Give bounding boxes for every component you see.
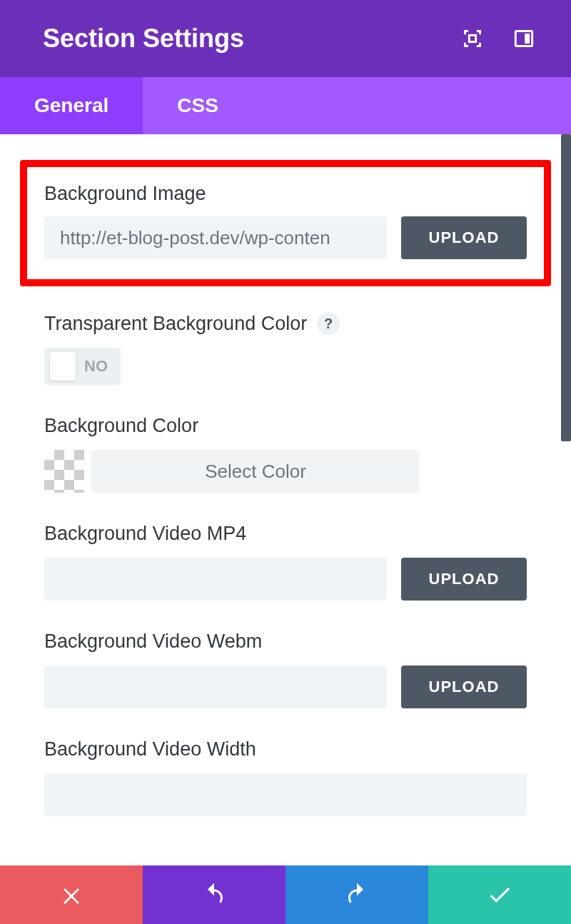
scrollbar-thumb[interactable] [561, 134, 571, 441]
bg-video-width-field: Background Video Width [44, 738, 527, 816]
bg-image-label: Background Image [44, 183, 527, 205]
bg-video-mp4-input[interactable] [44, 558, 387, 601]
undo-icon [201, 882, 227, 908]
close-icon [59, 883, 84, 907]
settings-content: Background Image UPLOAD Transparent Back… [0, 134, 571, 816]
bg-video-width-input[interactable] [44, 773, 527, 816]
modal-title: Section Settings [43, 24, 244, 54]
bg-color-field: Background Color Select Color [44, 415, 527, 493]
bg-video-mp4-upload-button[interactable]: UPLOAD [401, 558, 527, 601]
bg-video-webm-input[interactable] [44, 666, 387, 708]
color-swatch-transparent[interactable] [44, 450, 84, 493]
undo-button[interactable] [143, 865, 286, 924]
cancel-button[interactable] [0, 865, 143, 924]
tab-css[interactable]: CSS [143, 77, 253, 134]
redo-button[interactable] [286, 865, 428, 924]
svg-rect-2 [525, 34, 530, 44]
bg-video-webm-label: Background Video Webm [44, 631, 527, 653]
background-image-field-highlighted: Background Image UPLOAD [20, 160, 551, 286]
bg-video-mp4-field: Background Video MP4 UPLOAD [44, 523, 527, 601]
tab-bar: General CSS [0, 77, 571, 134]
svg-rect-1 [515, 31, 532, 46]
confirm-button[interactable] [428, 865, 571, 924]
transparent-bg-toggle[interactable]: NO [44, 348, 121, 385]
select-color-button[interactable]: Select Color [91, 450, 420, 493]
check-icon [486, 881, 513, 908]
toggle-knob [50, 352, 76, 381]
help-icon[interactable]: ? [317, 312, 340, 335]
bg-video-webm-upload-button[interactable]: UPLOAD [401, 666, 527, 708]
content-scroll-area: Background Image UPLOAD Transparent Back… [0, 134, 571, 865]
toggle-state-label: NO [84, 357, 108, 376]
modal-footer [0, 865, 571, 924]
modal-header: Section Settings [0, 0, 571, 77]
transparent-bg-field: Transparent Background Color ? NO [44, 312, 527, 385]
header-icon-group [461, 27, 535, 50]
transparent-bg-label: Transparent Background Color [44, 313, 307, 335]
expand-icon[interactable] [461, 27, 484, 50]
bg-video-webm-field: Background Video Webm UPLOAD [44, 631, 527, 708]
bg-color-label: Background Color [44, 415, 527, 437]
redo-icon [344, 882, 370, 908]
tab-general[interactable]: General [0, 77, 143, 134]
snap-panel-icon[interactable] [512, 27, 535, 50]
bg-image-upload-button[interactable]: UPLOAD [401, 216, 527, 259]
bg-video-width-label: Background Video Width [44, 738, 527, 760]
bg-video-mp4-label: Background Video MP4 [44, 523, 527, 545]
bg-image-input[interactable] [44, 216, 387, 259]
svg-rect-0 [469, 35, 475, 41]
